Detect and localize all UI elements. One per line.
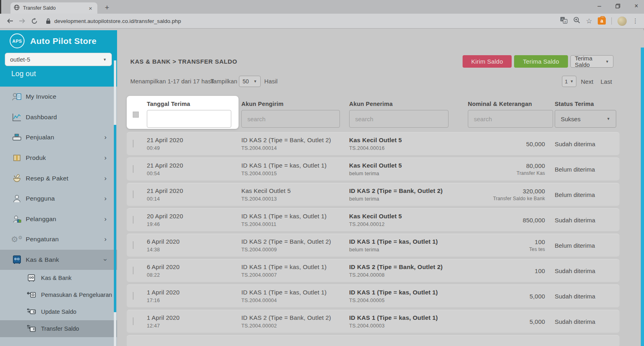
in-out-arrows-icon	[27, 290, 36, 300]
sidebar-item-label: Resep & Paket	[26, 175, 68, 182]
row-checkbox[interactable]	[133, 267, 134, 274]
user-icon	[11, 193, 22, 204]
row-checkbox[interactable]	[133, 241, 134, 249]
page-number-select[interactable]: 1 ▼	[562, 76, 576, 87]
sidebar-subitem-pemasukan-pengeluaran[interactable]: Pemasukan & Pengeluaran	[0, 286, 117, 303]
row-receiver-account: ID KAS 1 (Tipe = kas, Outlet 1)	[349, 289, 459, 296]
terima-saldo-button[interactable]: Terima Saldo	[514, 55, 568, 68]
new-tab-button[interactable]: +	[102, 3, 112, 12]
table-body: 21 April 2020 00:49 ID KAS 2 (Tipe = Ban…	[127, 132, 619, 335]
column-header-akun-pengirim: Akun Pengirim	[241, 101, 284, 107]
gear-icon: ⚙⚙	[11, 234, 22, 245]
browser-tab[interactable]: Transfer Saldo ×	[10, 2, 97, 14]
status-terima-select[interactable]: Sukses ▼	[555, 110, 616, 128]
row-amount: 5,000	[459, 293, 545, 300]
window-restore-icon[interactable]	[614, 4, 621, 8]
caret-down-icon: ▼	[103, 58, 107, 62]
sidebar-item-dashboard[interactable]: Dashboard	[0, 107, 117, 127]
row-checkbox[interactable]	[133, 292, 134, 300]
row-amount: 850,000	[459, 217, 545, 224]
bookmark-star-icon[interactable]: ☆	[586, 17, 592, 25]
outlet-select[interactable]: outlet-5 ▼	[5, 53, 112, 66]
table-row[interactable]: 21 April 2020 00:54 ID KAS 1 (Tipe = kas…	[127, 157, 619, 180]
main-content: KAS & BANK > TRANSFER SALDO Kirim Saldo …	[117, 30, 641, 346]
chevron-right-icon: ›	[104, 195, 107, 203]
tampilkan-label: Tampilkan	[210, 78, 237, 85]
table-row[interactable]: 21 April 2020 00:14 Kas Kecil Outlet 5 T…	[127, 183, 619, 206]
row-sender-account: ID KAS 1 (Tipe = kas, Outlet 1)	[241, 289, 349, 296]
sidebar-item-produk[interactable]: Produk ›	[0, 148, 117, 168]
row-amount: 100	[459, 238, 545, 245]
caret-down-icon: ▼	[607, 117, 610, 121]
table-filter-row: Tanggal Terima Akun Pengirim Akun Peneri…	[127, 96, 619, 129]
page-size-select[interactable]: 50 ▼	[239, 76, 261, 87]
table-row[interactable]: 1 April 2020 12:47 ID KAS 2 (Tipe = Bank…	[127, 310, 619, 333]
chevron-right-icon: ›	[104, 154, 107, 162]
translate-icon[interactable]: Aa	[560, 17, 568, 25]
sidebar-item-pelanggan[interactable]: Pelanggan ›	[0, 209, 117, 229]
logout-link[interactable]: Log out	[11, 70, 36, 78]
sidebar-item-label: Produk	[26, 154, 46, 162]
window-close-icon[interactable]: ×	[633, 2, 640, 10]
browser-menu-icon[interactable]: ⋮	[632, 17, 638, 25]
sidebar-item-resep-paket[interactable]: Resep & Paket ›	[0, 168, 117, 189]
row-checkbox[interactable]	[133, 165, 134, 173]
sidebar-subitem-kas-bank[interactable]: Kas & Bank	[0, 269, 117, 286]
tab-close-icon[interactable]: ×	[87, 5, 94, 12]
chevron-down-icon: ›	[101, 259, 109, 261]
forward-icon[interactable]	[16, 16, 28, 26]
box-icon	[11, 153, 22, 164]
sidebar-item-label: Pelanggan	[26, 215, 56, 223]
extension-icon[interactable]: a	[598, 17, 606, 25]
brand-name: Auto Pilot Store	[30, 36, 97, 46]
akun-penerima-search-input[interactable]	[349, 110, 449, 128]
favicon-globe-icon	[14, 4, 20, 12]
next-page-link[interactable]: Next	[581, 78, 593, 85]
row-amount: 50,000	[459, 141, 545, 147]
row-sender-ref: TS.2004.00002	[241, 323, 349, 329]
table-row[interactable]: 20 April 2020 19:46 ID KAS 1 (Tipe = kas…	[127, 208, 619, 231]
mode-select[interactable]: Terima Saldo ▼	[570, 55, 613, 68]
sidebar-item-pengaturan[interactable]: ⚙⚙ Pengaturan ›	[0, 229, 117, 249]
svg-text:a: a	[564, 20, 566, 23]
row-checkbox[interactable]	[133, 140, 134, 147]
sidebar-subitem-transfer-saldo[interactable]: Transfer Saldo	[0, 320, 117, 337]
window-minimize-icon[interactable]: –	[596, 2, 603, 10]
profile-avatar[interactable]	[617, 17, 627, 26]
zoom-icon[interactable]	[573, 17, 580, 25]
row-receiver-ref: TS.2004.00008	[349, 272, 459, 278]
table-row[interactable]: 21 April 2020 00:49 ID KAS 2 (Tipe = Ban…	[127, 132, 619, 155]
table-row[interactable]: 6 April 2020 14:38 ID KAS 2 (Tipe = Bank…	[127, 234, 619, 257]
row-sender-account: ID KAS 1 (Tipe = kas, Outlet 1)	[241, 162, 349, 169]
browser-toolbar: development.autopilotstore.co.id/transfe…	[0, 14, 644, 29]
address-bar[interactable]: development.autopilotstore.co.id/transfe…	[46, 18, 181, 24]
row-checkbox[interactable]	[133, 317, 134, 325]
page-scrollbar-thumb[interactable]	[641, 48, 644, 346]
table-row[interactable]: 1 April 2020 17:16 ID KAS 1 (Tipe = kas,…	[127, 284, 619, 307]
caret-down-icon: ▼	[570, 79, 574, 83]
table-row[interactable]: 6 April 2020 08:22 ID KAS 1 (Tipe = kas,…	[127, 259, 619, 282]
toolbar-separator	[611, 17, 612, 25]
row-sender-ref: TS.2004.00011	[241, 222, 349, 227]
table-row-partial[interactable]	[127, 335, 619, 346]
last-page-link[interactable]: Last	[601, 78, 612, 85]
sidebar-item-label: Dashboard	[26, 114, 57, 121]
reload-icon[interactable]	[28, 16, 40, 26]
back-icon[interactable]	[4, 16, 16, 26]
row-checkbox[interactable]	[133, 191, 134, 198]
row-checkbox[interactable]	[133, 216, 134, 224]
akun-pengirim-search-input[interactable]	[241, 110, 340, 128]
sidebar-item-pengguna[interactable]: Pengguna ›	[0, 189, 117, 209]
sidebar-item-kas-bank[interactable]: Kas & Bank ›	[0, 250, 117, 270]
row-date: 6 April 2020	[147, 238, 241, 245]
select-all-checkbox[interactable]	[133, 112, 139, 118]
chevron-right-icon: ›	[104, 215, 107, 223]
nominal-search-input[interactable]	[468, 110, 553, 128]
sidebar-subitem-update-saldo[interactable]: Update Saldo	[0, 303, 117, 320]
sidebar-item-my-invoice[interactable]: My Invoice	[0, 87, 117, 107]
tanggal-terima-filter-input[interactable]	[147, 110, 231, 128]
row-sender-ref: TS.2004.00013	[241, 196, 349, 202]
kirim-saldo-button[interactable]: Kirim Saldo	[463, 55, 512, 68]
sidebar-item-penjualan[interactable]: Penjualan ›	[0, 127, 117, 147]
sidebar-scrollbar-thumb[interactable]	[114, 125, 116, 312]
